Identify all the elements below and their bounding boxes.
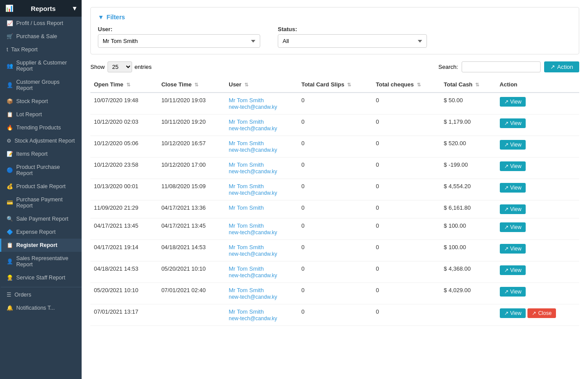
cell-user: Mr Tom Smithnew-tech@candw.ky xyxy=(225,136,298,157)
cell-user: Mr Tom Smithnew-tech@candw.ky xyxy=(225,93,298,114)
sort-icon-card-slips[interactable]: ⇅ xyxy=(347,82,351,87)
entries-select[interactable]: 102550100 xyxy=(108,61,132,72)
view-button-10[interactable]: ↗ View xyxy=(500,308,526,318)
orders-icon: ☰ xyxy=(7,292,11,298)
sidebar-item-items[interactable]: 📝Items Report xyxy=(0,147,82,161)
col-open-time: Open Time ⇅ xyxy=(90,77,158,93)
status-filter-select[interactable]: AllOpenClosed xyxy=(278,34,427,48)
cell-cheques: 0 xyxy=(373,261,441,283)
status-filter-label: Status: xyxy=(278,26,427,32)
nav-icon-items: 📝 xyxy=(7,151,13,157)
sort-icon-user[interactable]: ⇅ xyxy=(244,82,248,87)
sidebar-item-orders[interactable]: ☰ Orders xyxy=(0,287,82,301)
cell-action: ↗ View xyxy=(496,283,579,304)
cell-cash: $ 1,179.00 xyxy=(440,114,496,136)
sidebar-item-lot[interactable]: 📋Lot Report xyxy=(0,108,82,121)
cell-cash: $ 4,029.00 xyxy=(440,283,496,304)
table-row: 04/18/2021 14:53 05/20/2021 10:10 Mr Tom… xyxy=(90,261,579,283)
table-row: 10/12/2020 05:06 10/12/2020 16:57 Mr Tom… xyxy=(90,136,579,157)
sidebar-item-expense[interactable]: 🔷Expense Report xyxy=(0,225,82,239)
sidebar-item-purchase-payment[interactable]: 💳Purchase Payment Report xyxy=(0,193,82,212)
cell-user: Mr Tom Smith xyxy=(225,200,298,218)
table-row: 07/01/2021 13:17 Mr Tom Smithnew-tech@ca… xyxy=(90,304,579,326)
table-row: 10/13/2020 00:01 11/08/2020 15:09 Mr Tom… xyxy=(90,179,579,200)
view-button-9[interactable]: ↗ View xyxy=(500,287,526,297)
sort-icon-close-time[interactable]: ⇅ xyxy=(194,82,198,87)
cell-open-time: 10/12/2020 02:03 xyxy=(90,114,158,136)
cell-card-slips: 0 xyxy=(298,283,373,304)
sidebar-item-register[interactable]: 📋Register Report xyxy=(0,239,82,252)
cell-close-time: 11/08/2020 15:09 xyxy=(158,179,226,200)
table-row: 05/20/2021 10:10 07/01/2021 02:40 Mr Tom… xyxy=(90,283,579,304)
view-button-0[interactable]: ↗ View xyxy=(500,97,526,107)
sidebar-item-stock-adjustment[interactable]: ⚙Stock Adjustment Report xyxy=(0,134,82,147)
sidebar-item-product-purchase[interactable]: 🔵Product Purchase Report xyxy=(0,161,82,180)
sidebar-item-stock[interactable]: 📦Stock Report xyxy=(0,95,82,108)
cell-user: Mr Tom Smithnew-tech@candw.ky xyxy=(225,261,298,283)
sidebar-item-purchase-sale[interactable]: 🛒Purchase & Sale xyxy=(0,30,82,43)
orders-label: Orders xyxy=(14,292,31,298)
nav-icon-tax: t xyxy=(7,46,8,53)
cell-open-time: 04/17/2021 13:45 xyxy=(90,218,158,240)
cell-action: ↗ View xyxy=(496,179,579,200)
cell-close-time xyxy=(158,304,226,326)
cell-close-time: 04/18/2021 14:53 xyxy=(158,240,226,261)
cell-card-slips: 0 xyxy=(298,157,373,179)
table-row: 10/12/2020 02:03 10/11/2020 19:20 Mr Tom… xyxy=(90,114,579,136)
table-row: 10/07/2020 19:48 10/11/2020 19:03 Mr Tom… xyxy=(90,93,579,114)
nav-icon-expense: 🔷 xyxy=(7,229,13,235)
view-button-4[interactable]: ↗ View xyxy=(500,183,526,193)
cell-open-time: 10/07/2020 19:48 xyxy=(90,93,158,114)
user-filter-select[interactable]: Mr Tom SmithAll Users xyxy=(98,34,260,48)
filters-row: User: Mr Tom SmithAll Users Status: AllO… xyxy=(98,26,572,48)
sidebar-item-sales-rep[interactable]: 👤Sales Representative Report xyxy=(0,252,82,271)
cell-cheques: 0 xyxy=(373,200,441,218)
sidebar-item-customer-groups[interactable]: 👤Customer Groups Report xyxy=(0,75,82,95)
sidebar-collapse-icon[interactable]: ▾ xyxy=(73,4,76,12)
cell-card-slips: 0 xyxy=(298,240,373,261)
cell-cheques: 0 xyxy=(373,157,441,179)
action-button[interactable]: ↗ Action xyxy=(544,61,579,72)
nav-icon-register: 📋 xyxy=(7,242,13,248)
view-button-2[interactable]: ↗ View xyxy=(500,140,526,150)
sort-icon-cheques[interactable]: ⇅ xyxy=(417,82,421,87)
sidebar-item-product-sale[interactable]: 💰Product Sale Report xyxy=(0,180,82,193)
col-total-cash: Total Cash ⇅ xyxy=(440,77,496,93)
view-button-6[interactable]: ↗ View xyxy=(500,222,526,232)
table-controls: Show 102550100 entries Search: ↗ Action xyxy=(90,61,579,72)
cell-close-time: 10/11/2020 19:20 xyxy=(158,114,226,136)
sidebar-item-notifications[interactable]: 🔔 Notifications T... xyxy=(0,301,82,315)
sort-icon-cash[interactable]: ⇅ xyxy=(475,82,479,87)
view-button-3[interactable]: ↗ View xyxy=(500,161,526,171)
close-button-10[interactable]: ↗ Close xyxy=(527,308,556,318)
nav-icon-trending-products: 🔥 xyxy=(7,125,13,131)
sidebar-item-sale-payment[interactable]: 🔍Sale Payment Report xyxy=(0,212,82,225)
cell-cheques: 0 xyxy=(373,179,441,200)
entries-label: entries xyxy=(135,64,152,70)
table-row: 04/17/2021 13:45 04/17/2021 13:45 Mr Tom… xyxy=(90,218,579,240)
sidebar-item-service-staff[interactable]: 👷Service Staff Report xyxy=(0,271,82,284)
nav-icon-profit-loss: 📈 xyxy=(7,20,13,26)
cell-close-time: 04/17/2021 13:45 xyxy=(158,218,226,240)
view-button-8[interactable]: ↗ View xyxy=(500,265,526,275)
sort-icon-open-time[interactable]: ⇅ xyxy=(126,82,130,87)
nav-icon-product-sale: 💰 xyxy=(7,183,13,190)
sidebar-item-profit-loss[interactable]: 📈Profit / Loss Report xyxy=(0,17,82,30)
view-button-5[interactable]: ↗ View xyxy=(500,204,526,214)
cell-close-time: 10/11/2020 19:03 xyxy=(158,93,226,114)
cell-action: ↗ View xyxy=(496,114,579,136)
view-button-7[interactable]: ↗ View xyxy=(500,244,526,254)
user-filter-label: User: xyxy=(98,26,260,32)
sidebar-item-trending-products[interactable]: 🔥Trending Products xyxy=(0,121,82,134)
col-close-time: Close Time ⇅ xyxy=(158,77,226,93)
col-user: User ⇅ xyxy=(225,77,298,93)
cell-cash: $ -199.00 xyxy=(440,157,496,179)
col-total-cheques: Total cheques ⇅ xyxy=(373,77,441,93)
search-input[interactable] xyxy=(462,61,541,72)
col-action: Action xyxy=(496,77,579,93)
sidebar-item-tax[interactable]: tTax Report xyxy=(0,43,82,56)
cell-card-slips: 0 xyxy=(298,261,373,283)
nav-icon-stock: 📦 xyxy=(7,98,13,104)
sidebar-item-supplier-customer[interactable]: 👥Supplier & Customer Report xyxy=(0,56,82,75)
view-button-1[interactable]: ↗ View xyxy=(500,118,526,128)
